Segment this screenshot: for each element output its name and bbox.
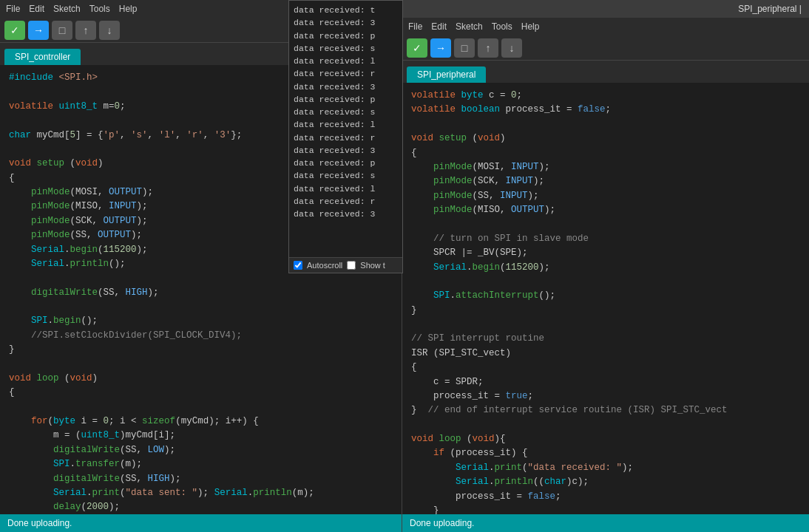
right-title-bar: SPI_peripheral | <box>402 0 809 18</box>
right-pane: SPI_peripheral | File Edit Sketch Tools … <box>402 0 809 532</box>
serial-line-3: data received: p <box>294 30 398 42</box>
tab-spi-controller[interactable]: SPI_controller <box>4 49 81 65</box>
r-setup-open: { <box>405 146 806 160</box>
menu-sketch-left[interactable]: Sketch <box>53 4 81 14</box>
save-button-left[interactable]: ↓ <box>99 21 120 40</box>
serial-line-15: data received: l <box>294 183 398 195</box>
autoscroll-checkbox[interactable] <box>294 261 302 270</box>
serial-line-12: data received: 3 <box>294 144 398 157</box>
code-delay: delay(2000); <box>3 500 399 514</box>
menu-tools-left[interactable]: Tools <box>89 4 110 14</box>
code-dw-ss-high: digitalWrite(SS, HIGH); <box>3 286 399 300</box>
menu-help-left[interactable]: Help <box>119 4 138 14</box>
r-c-assign: c = SPDR; <box>405 375 806 389</box>
serial-line-2: data received: 3 <box>294 16 398 29</box>
serial-line-14: data received: s <box>294 169 398 182</box>
new-button-right[interactable]: □ <box>454 38 475 58</box>
code-setup-close: } <box>3 343 399 357</box>
code-dw-ss-high2: digitalWrite(SS, HIGH); <box>3 472 399 486</box>
left-status-text: Done uploading. <box>7 518 72 528</box>
r-isr-open: { <box>405 361 806 375</box>
code-spi-comment: //SPI.setClockDivider(SPI_CLOCK_DIV4); <box>3 329 399 343</box>
show-checkbox[interactable] <box>347 261 356 270</box>
r-blank-4 <box>405 318 806 332</box>
serial-line-10: data received: l <box>294 118 398 131</box>
right-menubar: File Edit Sketch Tools Help <box>402 18 809 35</box>
r-serial-print: Serial.print("data received: "); <box>405 461 806 475</box>
left-status-bar: Done uploading. <box>0 514 402 532</box>
serial-line-7: data received: 3 <box>294 81 398 93</box>
r-process-false: process_it = false; <box>405 490 806 504</box>
menu-tools-right[interactable]: Tools <box>492 21 512 32</box>
serial-line-16: data received: r <box>294 195 398 208</box>
r-isr-close: } // end of interrupt service routine (I… <box>405 403 806 417</box>
upload-button-right[interactable]: → <box>430 38 451 58</box>
r-comment-spi: // turn on SPI in slave mode <box>405 232 806 246</box>
main-container: File Edit Sketch Tools Help ✓ → □ ↑ ↓ SP… <box>0 0 809 532</box>
right-title-text: SPI_peripheral | <box>738 4 802 14</box>
code-blank-6 <box>3 358 399 372</box>
r-blank-3 <box>405 275 806 289</box>
r-spcr: SPCR |= _BV(SPE); <box>405 246 806 260</box>
autoscroll-label: Autoscroll <box>307 261 342 270</box>
new-button-left[interactable]: □ <box>52 21 72 40</box>
code-loop-open: { <box>3 386 399 400</box>
tab-spi-peripheral[interactable]: SPI_peripheral <box>407 66 486 83</box>
r-setup-sig: void setup (void) <box>405 132 806 146</box>
menu-sketch-right[interactable]: Sketch <box>456 21 483 32</box>
right-tab-bar: SPI_peripheral <box>402 61 809 83</box>
r-volatile-c: volatile byte c = 0; <box>405 89 806 103</box>
r-blank-5 <box>405 418 806 432</box>
code-dw-ss-low: digitalWrite(SS, LOW); <box>3 443 399 457</box>
serial-line-11: data received: r <box>294 132 398 144</box>
menu-edit-right[interactable]: Edit <box>431 21 447 32</box>
code-blank-5 <box>3 300 399 314</box>
menu-edit-left[interactable]: Edit <box>29 4 44 14</box>
serial-monitor: data received: t data received: 3 data r… <box>288 0 403 273</box>
serial-line-1: data received: t <box>294 4 398 16</box>
code-for-loop: for(byte i = 0; i < sizeof(myCmd); i++) … <box>3 415 399 429</box>
code-spi-transfer: SPI.transfer(m); <box>3 457 399 471</box>
r-setup-close: } <box>405 304 806 318</box>
code-m-assign: m = (uint8_t)myCmd[i]; <box>3 429 399 443</box>
code-serial-print-m: Serial.print("data sent: "); Serial.prin… <box>3 486 399 500</box>
menu-file-left[interactable]: File <box>6 4 20 14</box>
r-serial-begin: Serial.begin(115200); <box>405 261 806 275</box>
serial-line-5: data received: l <box>294 55 398 67</box>
serial-line-9: data received: s <box>294 106 398 118</box>
open-button-left[interactable]: ↑ <box>75 21 96 40</box>
r-pm-miso: pinMode(MISO, OUTPUT); <box>405 203 806 217</box>
code-loop-sig: void loop (void) <box>3 372 399 386</box>
serial-output[interactable]: data received: t data received: 3 data r… <box>289 1 402 257</box>
r-if-process: if (process_it) { <box>405 446 806 460</box>
r-pm-ss: pinMode(SS, INPUT); <box>405 189 806 203</box>
right-code-area[interactable]: volatile byte c = 0; volatile boolean pr… <box>402 83 809 514</box>
upload-button-left[interactable]: → <box>28 21 49 40</box>
r-pm-sck: pinMode(SCK, INPUT); <box>405 174 806 188</box>
code-spi-begin: SPI.begin(); <box>3 314 399 328</box>
serial-line-8: data received: p <box>294 93 398 106</box>
open-button-right[interactable]: ↑ <box>478 38 498 58</box>
serial-line-6: data received: r <box>294 67 398 80</box>
menu-file-right[interactable]: File <box>408 21 422 32</box>
r-pm-mosi: pinMode(MOSI, INPUT); <box>405 160 806 174</box>
right-status-text: Done uploading. <box>410 518 474 528</box>
verify-button-right[interactable]: ✓ <box>407 38 427 58</box>
r-isr-sig: ISR (SPI_STC_vect) <box>405 347 806 361</box>
save-button-right[interactable]: ↓ <box>501 38 522 58</box>
show-label: Show t <box>360 261 385 270</box>
verify-button-left[interactable]: ✓ <box>4 21 25 40</box>
r-serial-println-c: Serial.println((char)c); <box>405 475 806 489</box>
r-volatile-process: volatile boolean process_it = false; <box>405 103 806 117</box>
serial-line-4: data received: s <box>294 42 398 55</box>
r-spi-attach: SPI.attachInterrupt(); <box>405 289 806 303</box>
code-blank-4 <box>3 271 399 285</box>
code-blank-7 <box>3 400 399 415</box>
r-blank-1 <box>405 117 806 132</box>
serial-line-13: data received: p <box>294 157 398 169</box>
r-process-true: process_it = true; <box>405 389 806 403</box>
menu-help-right[interactable]: Help <box>521 21 540 32</box>
r-loop-sig: void loop (void){ <box>405 432 806 446</box>
r-if-close: } <box>405 504 806 514</box>
serial-line-17: data received: 3 <box>294 208 398 220</box>
